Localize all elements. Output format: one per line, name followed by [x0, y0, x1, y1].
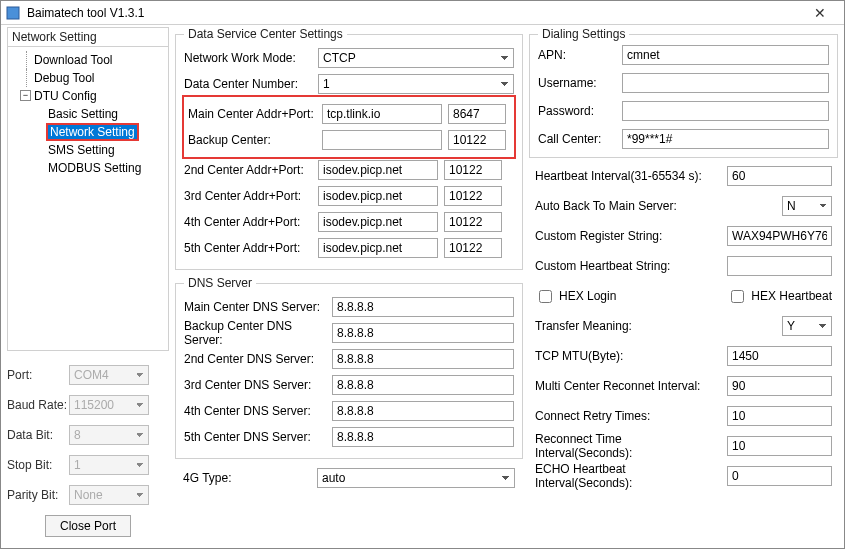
call-input[interactable]	[622, 129, 829, 149]
retry-input[interactable]	[727, 406, 832, 426]
c4-addr-input[interactable]	[318, 212, 438, 232]
c3-addr-input[interactable]	[318, 186, 438, 206]
multi-label: Multi Center Reconnet Interval:	[535, 379, 721, 393]
tree-basic[interactable]: Basic Setting	[18, 105, 166, 123]
tree-network[interactable]: Network Setting	[18, 123, 166, 141]
right-area: Data Service Center Settings Network Wor…	[175, 27, 838, 542]
c4-label: 4th Center Addr+Port:	[184, 215, 312, 229]
tree-download[interactable]: Download Tool	[18, 51, 166, 69]
tm-select[interactable]: Y	[782, 316, 832, 336]
left-column: Network Setting Download Tool Debug Tool…	[7, 27, 169, 542]
databit-select[interactable]: 8	[69, 425, 149, 445]
dialing-group: Dialing Settings APN: Username: Password…	[529, 27, 838, 158]
c4-port-input[interactable]	[444, 212, 502, 232]
stopbit-label: Stop Bit:	[7, 458, 69, 472]
mode-label: Network Work Mode:	[184, 51, 312, 65]
hex-hb-checkbox[interactable]: HEX Heartbeat	[727, 287, 832, 306]
close-icon[interactable]: ✕	[800, 2, 840, 24]
main-port-input[interactable]	[448, 104, 506, 124]
c3-label: 3rd Center Addr+Port:	[184, 189, 312, 203]
c5-addr-input[interactable]	[318, 238, 438, 258]
svg-rect-0	[7, 7, 19, 19]
hex-login-label: HEX Login	[559, 289, 616, 303]
fourg-select[interactable]: auto	[317, 468, 515, 488]
tree-dtu[interactable]: − DTU Config	[18, 87, 166, 105]
c5-port-input[interactable]	[444, 238, 502, 258]
tree-header: Network Setting	[8, 28, 168, 47]
baud-label: Baud Rate:	[7, 398, 69, 412]
serial-port-panel: Port: COM4 Baud Rate: 115200 Data Bit: 8…	[7, 365, 169, 505]
main-addr-input[interactable]	[322, 104, 442, 124]
pass-label: Password:	[538, 104, 622, 118]
user-label: Username:	[538, 76, 622, 90]
data-center-legend: Data Service Center Settings	[184, 27, 347, 41]
dns-c3-input[interactable]	[332, 375, 514, 395]
tree-sms[interactable]: SMS Setting	[18, 141, 166, 159]
tree-network-label: Network Setting	[48, 125, 137, 139]
app-window: Baimatech tool V1.3.1 ✕ Network Setting …	[0, 0, 845, 549]
autoback-select[interactable]: N	[782, 196, 832, 216]
baud-select[interactable]: 115200	[69, 395, 149, 415]
mtu-input[interactable]	[727, 346, 832, 366]
apn-input[interactable]	[622, 45, 829, 65]
num-label: Data Center Number:	[184, 77, 312, 91]
num-select[interactable]: 1	[318, 74, 514, 94]
highlighted-centers: Main Center Addr+Port: Backup Center:	[182, 95, 516, 159]
tree-modbus[interactable]: MODBUS Setting	[18, 159, 166, 177]
reg-label: Custom Register String:	[535, 229, 721, 243]
dns-c2-label: 2nd Center DNS Server:	[184, 352, 326, 366]
collapse-icon[interactable]: −	[20, 90, 31, 101]
backup-port-input[interactable]	[448, 130, 506, 150]
dns-backup-input[interactable]	[332, 323, 514, 343]
tm-label: Transfer Meaning:	[535, 319, 776, 333]
dns-main-label: Main Center DNS Server:	[184, 300, 326, 314]
dns-group: DNS Server Main Center DNS Server: Backu…	[175, 276, 523, 459]
stopbit-select[interactable]: 1	[69, 455, 149, 475]
content: Network Setting Download Tool Debug Tool…	[7, 27, 838, 542]
dns-backup-label: Backup Center DNS Server:	[184, 319, 326, 347]
echo-input[interactable]	[727, 466, 832, 486]
c3-port-input[interactable]	[444, 186, 502, 206]
dns-c2-input[interactable]	[332, 349, 514, 369]
dialing-legend: Dialing Settings	[538, 27, 629, 41]
backup-addr-input[interactable]	[322, 130, 442, 150]
dns-c3-label: 3rd Center DNS Server:	[184, 378, 326, 392]
call-label: Call Center:	[538, 132, 622, 146]
hex-login-checkbox[interactable]: HEX Login	[535, 287, 616, 306]
tree: Download Tool Debug Tool − DTU Config Ba…	[8, 47, 168, 181]
port-select[interactable]: COM4	[69, 365, 149, 385]
mtu-label: TCP MTU(Byte):	[535, 349, 721, 363]
multi-input[interactable]	[727, 376, 832, 396]
databit-label: Data Bit:	[7, 428, 69, 442]
tree-debug[interactable]: Debug Tool	[18, 69, 166, 87]
c2-port-input[interactable]	[444, 160, 502, 180]
hbstr-input[interactable]	[727, 256, 832, 276]
window-title: Baimatech tool V1.3.1	[27, 6, 800, 20]
retry-label: Connect Retry Times:	[535, 409, 721, 423]
pass-input[interactable]	[622, 101, 829, 121]
dns-main-input[interactable]	[332, 297, 514, 317]
main-label: Main Center Addr+Port:	[188, 107, 316, 121]
autoback-label: Auto Back To Main Server:	[535, 199, 776, 213]
mode-select[interactable]: CTCP	[318, 48, 514, 68]
rti-input[interactable]	[727, 436, 832, 456]
dns-c4-input[interactable]	[332, 401, 514, 421]
parity-select[interactable]: None	[69, 485, 149, 505]
parity-label: Parity Bit:	[7, 488, 69, 502]
reg-input[interactable]	[727, 226, 832, 246]
rti-label: Reconnect Time Interval(Seconds):	[535, 432, 721, 460]
tree-panel: Network Setting Download Tool Debug Tool…	[7, 27, 169, 351]
apn-label: APN:	[538, 48, 622, 62]
hb-input[interactable]	[727, 166, 832, 186]
dns-c5-input[interactable]	[332, 427, 514, 447]
dns-c5-label: 5th Center DNS Server:	[184, 430, 326, 444]
middle-column: Data Service Center Settings Network Wor…	[175, 27, 523, 542]
c2-label: 2nd Center Addr+Port:	[184, 163, 312, 177]
close-port-button[interactable]: Close Port	[45, 515, 131, 537]
app-icon	[5, 5, 21, 21]
user-input[interactable]	[622, 73, 829, 93]
dns-c4-label: 4th Center DNS Server:	[184, 404, 326, 418]
hex-hb-label: HEX Heartbeat	[751, 289, 832, 303]
c2-addr-input[interactable]	[318, 160, 438, 180]
data-center-group: Data Service Center Settings Network Wor…	[175, 27, 523, 270]
